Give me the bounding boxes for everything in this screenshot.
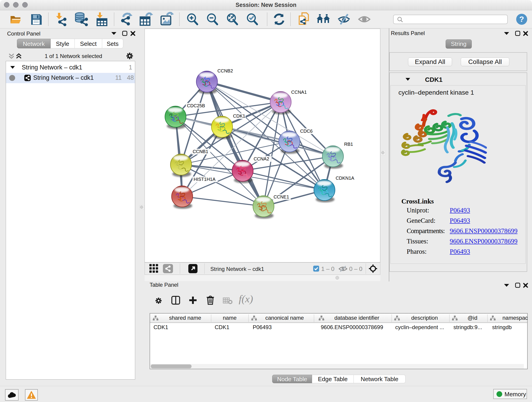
svg-text:CDKN1A: CDKN1A [336, 176, 355, 181]
svg-text:CDK1: CDK1 [233, 114, 245, 119]
svg-text:CCNB2: CCNB2 [217, 68, 233, 73]
svg-text:CDC6: CDC6 [300, 128, 312, 134]
svg-text:CCNB1: CCNB1 [193, 149, 208, 154]
svg-text:CDC25B: CDC25B [187, 103, 205, 108]
svg-text:?: ? [519, 15, 524, 23]
svg-text:CCNA1: CCNA1 [291, 89, 307, 95]
svg-text:HIST1H1A: HIST1H1A [194, 177, 215, 182]
svg-text:RB1: RB1 [344, 142, 353, 147]
svg-text:CCNA2: CCNA2 [254, 156, 269, 161]
svg-text:CCNE1: CCNE1 [273, 194, 289, 199]
